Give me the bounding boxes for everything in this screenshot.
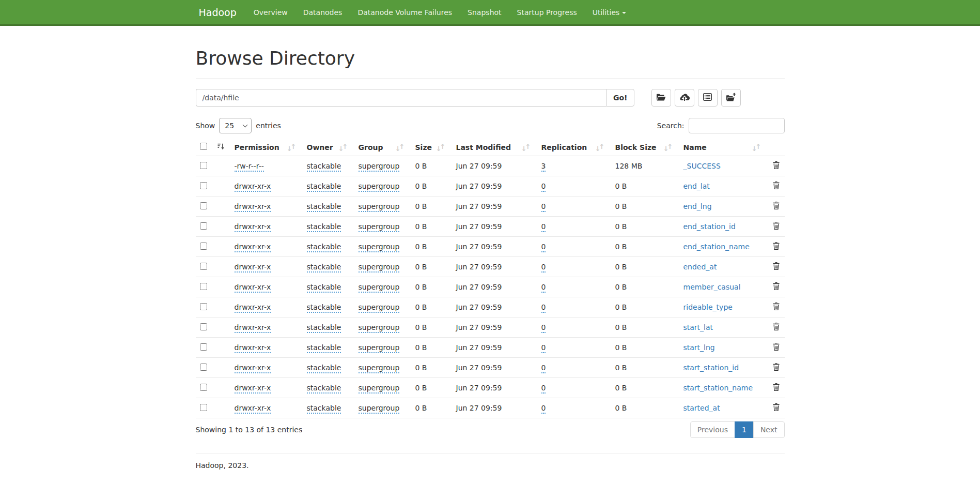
delete-button[interactable] [773,182,780,191]
replication-value[interactable]: 0 [541,323,546,333]
previous-button[interactable]: Previous [690,421,735,438]
group-value[interactable]: supergroup [359,243,400,252]
file-name-link[interactable]: started_at [683,404,720,412]
select-all-checkbox[interactable] [200,143,207,150]
permission-value[interactable]: drwxr-xr-x [235,323,271,333]
permission-value[interactable]: drwxr-xr-x [235,243,271,252]
search-input[interactable] [689,118,785,133]
replication-value[interactable]: 0 [541,182,546,192]
row-checkbox[interactable] [200,384,207,391]
nav-item-overview[interactable]: Overview [246,1,295,24]
row-checkbox[interactable] [200,243,207,250]
permission-value[interactable]: drwxr-xr-x [235,283,271,293]
header-size[interactable]: Size↓↑ [411,139,452,156]
header-name[interactable]: Name↓↑ [679,139,768,156]
group-value[interactable]: supergroup [359,283,400,293]
row-checkbox[interactable] [200,202,207,209]
row-checkbox[interactable] [200,283,207,290]
group-value[interactable]: supergroup [359,384,400,394]
owner-value[interactable]: stackable [307,364,341,373]
replication-value[interactable]: 0 [541,343,546,353]
group-value[interactable]: supergroup [359,222,400,232]
file-name-link[interactable]: start_lng [683,343,715,352]
delete-button[interactable] [773,222,780,231]
select-all-header[interactable] [196,139,230,156]
permission-value[interactable]: drwxr-xr-x [235,222,271,232]
upload-files-button[interactable] [675,89,694,107]
row-checkbox[interactable] [200,303,207,310]
group-value[interactable]: supergroup [359,182,400,192]
page-1-button[interactable]: 1 [735,421,754,438]
owner-value[interactable]: stackable [307,263,341,273]
group-value[interactable]: supergroup [359,404,400,414]
permission-value[interactable]: drwxr-xr-x [235,182,271,192]
file-name-link[interactable]: start_lat [683,323,713,331]
group-value[interactable]: supergroup [359,364,400,373]
replication-value[interactable]: 0 [541,283,546,293]
owner-value[interactable]: stackable [307,343,341,353]
delete-button[interactable] [773,303,780,312]
owner-value[interactable]: stackable [307,303,341,313]
file-name-link[interactable]: end_lng [683,202,712,210]
delete-button[interactable] [773,282,780,292]
replication-value[interactable]: 0 [541,243,546,252]
delete-button[interactable] [773,262,780,271]
go-button[interactable]: Go! [606,89,634,107]
replication-value[interactable]: 0 [541,263,546,273]
owner-value[interactable]: stackable [307,202,341,212]
permission-value[interactable]: -rw-r--r-- [235,162,264,172]
create-directory-button[interactable] [651,89,671,107]
replication-value[interactable]: 0 [541,364,546,373]
row-checkbox[interactable] [200,404,207,411]
row-checkbox[interactable] [200,182,207,189]
delete-button[interactable] [773,202,780,211]
delete-button[interactable] [773,343,780,352]
group-value[interactable]: supergroup [359,162,400,172]
owner-value[interactable]: stackable [307,404,341,414]
nav-item-utilities[interactable]: Utilities [585,1,634,24]
group-value[interactable]: supergroup [359,343,400,353]
permission-value[interactable]: drwxr-xr-x [235,343,271,353]
replication-value[interactable]: 0 [541,303,546,313]
file-name-link[interactable]: _SUCCESS [683,162,721,170]
nav-item-datanode-volume-failures[interactable]: Datanode Volume Failures [350,1,460,24]
replication-value[interactable]: 0 [541,202,546,212]
file-name-link[interactable]: member_casual [683,283,741,291]
group-value[interactable]: supergroup [359,263,400,273]
page-size-select[interactable]: 25 [219,118,252,133]
owner-value[interactable]: stackable [307,222,341,232]
row-checkbox[interactable] [200,162,207,169]
header-permission[interactable]: Permission↓↑ [230,139,303,156]
nav-item-datanodes[interactable]: Datanodes [295,1,350,24]
group-value[interactable]: supergroup [359,323,400,333]
row-checkbox[interactable] [200,323,207,330]
row-checkbox[interactable] [200,263,207,270]
permission-value[interactable]: drwxr-xr-x [235,303,271,313]
header-replication[interactable]: Replication↓↑ [537,139,611,156]
permission-value[interactable]: drwxr-xr-x [235,404,271,414]
file-name-link[interactable]: ended_at [683,263,717,271]
permission-value[interactable]: drwxr-xr-x [235,202,271,212]
brand-hadoop[interactable]: Hadoop [199,7,237,18]
owner-value[interactable]: stackable [307,323,341,333]
owner-value[interactable]: stackable [307,243,341,252]
delete-button[interactable] [773,323,780,332]
next-button[interactable]: Next [753,421,785,438]
replication-value[interactable]: 3 [541,162,546,172]
group-value[interactable]: supergroup [359,202,400,212]
file-name-link[interactable]: start_station_name [683,384,753,392]
owner-value[interactable]: stackable [307,384,341,394]
header-group[interactable]: Group↓↑ [354,139,411,156]
header-owner[interactable]: Owner↓↑ [303,139,354,156]
permission-value[interactable]: drwxr-xr-x [235,364,271,373]
header-last-modified[interactable]: Last Modified↓↑ [452,139,537,156]
owner-value[interactable]: stackable [307,283,341,293]
owner-value[interactable]: stackable [307,162,341,172]
move-button[interactable] [721,89,741,107]
delete-button[interactable] [773,403,780,413]
file-name-link[interactable]: start_station_id [683,364,739,372]
replication-value[interactable]: 0 [541,384,546,394]
permission-value[interactable]: drwxr-xr-x [235,263,271,273]
file-name-link[interactable]: end_station_name [683,243,750,251]
delete-button[interactable] [773,242,780,251]
